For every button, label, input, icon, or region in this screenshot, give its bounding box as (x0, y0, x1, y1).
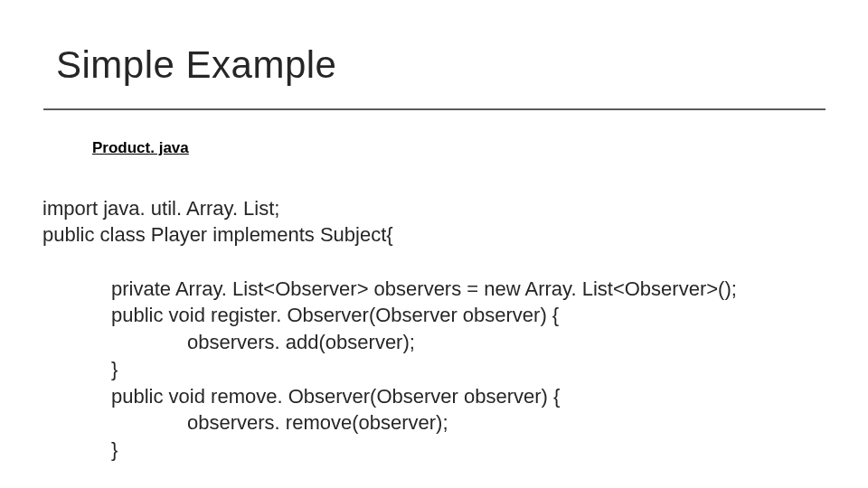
title-underline (43, 108, 826, 110)
slide: Simple Example Product. java import java… (0, 0, 868, 488)
code-line: private Array. List<Observer> observers … (42, 276, 737, 303)
code-line: } (42, 436, 118, 464)
code-line: public class Player implements Subject{ (42, 223, 393, 246)
filename-label: Product. java (92, 139, 189, 157)
code-line: import java. util. Array. List; (42, 197, 279, 220)
code-line: observers. remove(observer); (42, 409, 448, 436)
code-block: import java. util. Array. List; public c… (42, 168, 737, 464)
code-line: public void register. Observer(Observer … (42, 302, 559, 329)
code-line: observers. add(observer); (42, 329, 415, 356)
slide-title: Simple Example (56, 43, 336, 87)
code-line: public void remove. Observer(Observer ob… (42, 383, 560, 410)
code-line: } (42, 356, 118, 383)
